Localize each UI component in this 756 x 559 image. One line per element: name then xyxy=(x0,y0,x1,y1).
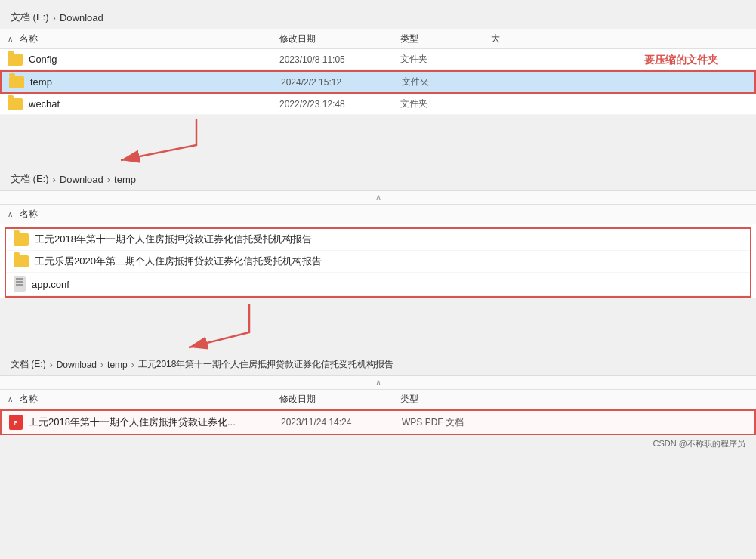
section1-file-list: Config 2023/10/8 11:05 文件夹 temp 2024/2/2… xyxy=(0,49,756,115)
arrow-svg-1 xyxy=(76,115,302,168)
file-date-config: 2023/10/8 11:05 xyxy=(279,54,400,65)
col-header-type-1: 类型 xyxy=(400,32,491,45)
col-header-name-2: ∧ 名称 xyxy=(8,208,279,221)
file-name-config: Config xyxy=(8,54,279,66)
bc3-part1: 文档 (E:) xyxy=(11,358,46,371)
section1-wrapper: ∧ 名称 修改日期 类型 大 Config 2023/10/8 11:05 文件… xyxy=(0,29,756,115)
file-type-pdf: WPS PDF 文档 xyxy=(402,416,492,429)
main-container: 文档 (E:) › Download ∧ 名称 修改日期 类型 大 xyxy=(0,0,756,452)
top-space xyxy=(0,0,756,6)
section3-panel: ∧ ∧ 名称 修改日期 类型 P 工元2018年第十一期个人住房抵押贷款证券化.… xyxy=(0,376,756,435)
sort-arrow-3: ∧ xyxy=(8,395,13,403)
file-name-appconf: app.conf xyxy=(14,276,467,292)
bc3-sep1: › xyxy=(50,360,53,370)
panel3-up-indicator: ∧ xyxy=(0,376,756,390)
arrow-zone-2 xyxy=(0,301,756,354)
file-name-temp: temp xyxy=(9,76,281,88)
pdf-icon-pdf: P xyxy=(9,415,23,430)
col-header-date-3: 修改日期 xyxy=(279,393,400,406)
section2-file-list: 工元2018年第十一期个人住房抵押贷款证券化信托受托机构报告 工元乐居2020年… xyxy=(6,229,750,296)
bc3-sep2: › xyxy=(100,360,103,370)
section3-wrapper: ∧ ∧ 名称 修改日期 类型 P 工元2018年第十一期个人住房抵押贷款证券化.… xyxy=(0,376,756,435)
bc2-part1: 文档 (E:) xyxy=(11,172,49,186)
file-name-wechat: wechat xyxy=(8,98,279,110)
file-item-temp[interactable]: temp 2024/2/2 15:12 文件夹 xyxy=(0,70,756,94)
file-item-folder1[interactable]: 工元2018年第十一期个人住房抵押贷款证券化信托受托机构报告 xyxy=(6,229,750,251)
section2-redbox: 工元2018年第十一期个人住房抵押贷款证券化信托受托机构报告 工元乐居2020年… xyxy=(5,227,751,298)
file-type-temp: 文件夹 xyxy=(402,76,492,88)
file-item-folder2[interactable]: 工元乐居2020年第二期个人住房抵押贷款证券化信托受托机构报告 xyxy=(6,251,750,273)
bc2-sep1: › xyxy=(53,174,56,185)
conf-icon-appconf xyxy=(14,276,26,292)
section3-file-list: P 工元2018年第十一期个人住房抵押贷款证券化... 2023/11/24 1… xyxy=(0,409,756,435)
breadcrumb-2: 文档 (E:) › Download › temp xyxy=(0,168,756,191)
file-type-wechat: 文件夹 xyxy=(400,97,491,110)
file-item-appconf[interactable]: app.conf xyxy=(6,273,750,296)
arrow-zone-1 xyxy=(0,115,756,168)
file-date-temp: 2024/2/2 15:12 xyxy=(281,77,402,88)
col-name-label-1: 名称 xyxy=(20,33,38,44)
section1-panel: ∧ 名称 修改日期 类型 大 Config 2023/10/8 11:05 文件… xyxy=(0,29,756,115)
watermark: CSDN @不称职的程序员 xyxy=(0,435,756,452)
section2-wrapper: ∧ ∧ 名称 工元2018年第十一期个人住房抵押贷 xyxy=(0,191,756,298)
folder-icon-temp xyxy=(9,76,24,88)
file-name-text-pdf: 工元2018年第十一期个人住房抵押贷款证券化... xyxy=(29,415,236,429)
file-date-pdf: 2023/11/24 14:24 xyxy=(281,417,402,428)
sort-arrow-1: ∧ xyxy=(8,35,13,43)
section2-header: ∧ 名称 xyxy=(0,205,756,224)
file-name-folder1: 工元2018年第十一期个人住房抵押贷款证券化信托受托机构报告 xyxy=(14,233,467,246)
bc1-sep1: › xyxy=(53,12,56,23)
col-header-type-3: 类型 xyxy=(400,393,491,406)
bc3-part4: 工元2018年第十一期个人住房抵押贷款证券化信托受托机构报告 xyxy=(138,358,394,371)
bc3-part2[interactable]: Download xyxy=(57,360,97,370)
section2-panel: ∧ ∧ 名称 工元2018年第十一期个人住房抵押贷 xyxy=(0,191,756,298)
folder-icon-wechat xyxy=(8,98,23,110)
file-date-wechat: 2022/2/23 12:48 xyxy=(279,99,400,110)
sort-arrow-2: ∧ xyxy=(8,210,13,218)
arrow-svg-2 xyxy=(98,301,400,354)
breadcrumb-1: 文档 (E:) › Download xyxy=(0,6,756,29)
file-name-text-wechat: wechat xyxy=(29,98,60,110)
folder-icon-folder2 xyxy=(14,255,29,267)
col-header-name-3: ∧ 名称 xyxy=(8,393,279,406)
col-header-size-1: 大 xyxy=(491,32,551,45)
bc2-part3: temp xyxy=(114,174,136,185)
file-name-pdf: P 工元2018年第十一期个人住房抵押贷款证券化... xyxy=(9,415,281,430)
bc2-part2[interactable]: Download xyxy=(60,174,103,185)
file-type-config: 文件夹 xyxy=(400,53,491,66)
file-name-text-folder2: 工元乐居2020年第二期个人住房抵押贷款证券化信托受托机构报告 xyxy=(35,255,322,268)
file-name-text-folder1: 工元2018年第十一期个人住房抵押贷款证券化信托受托机构报告 xyxy=(35,233,312,246)
bc1-part2[interactable]: Download xyxy=(60,12,103,23)
section1-header: ∧ 名称 修改日期 类型 大 xyxy=(0,29,756,49)
file-item-wechat[interactable]: wechat 2022/2/23 12:48 文件夹 xyxy=(0,94,756,115)
file-name-text-appconf: app.conf xyxy=(32,279,69,290)
annotation-label-1: 要压缩的文件夹 xyxy=(644,54,718,67)
panel2-up-indicator: ∧ xyxy=(0,191,756,205)
file-item-pdf[interactable]: P 工元2018年第十一期个人住房抵押贷款证券化... 2023/11/24 1… xyxy=(0,409,756,435)
col-name-label-3: 名称 xyxy=(20,394,38,404)
col-header-name-1: ∧ 名称 xyxy=(8,32,279,45)
bc3-sep3: › xyxy=(131,360,134,370)
folder-icon-config xyxy=(8,54,23,66)
folder-icon-folder1 xyxy=(14,233,29,246)
breadcrumb-3: 文档 (E:) › Download › temp › 工元2018年第十一期个… xyxy=(0,354,756,376)
col-name-label-2: 名称 xyxy=(20,208,38,219)
bc3-part3[interactable]: temp xyxy=(107,360,128,370)
file-item-config[interactable]: Config 2023/10/8 11:05 文件夹 xyxy=(0,49,756,70)
col-header-date-1: 修改日期 xyxy=(279,32,400,45)
bc1-part1: 文档 (E:) xyxy=(11,11,49,24)
file-name-text-config: Config xyxy=(29,54,57,65)
file-name-folder2: 工元乐居2020年第二期个人住房抵押贷款证券化信托受托机构报告 xyxy=(14,255,467,268)
bc2-sep2: › xyxy=(107,174,110,185)
file-name-text-temp: temp xyxy=(30,76,52,88)
section3-header: ∧ 名称 修改日期 类型 xyxy=(0,390,756,409)
